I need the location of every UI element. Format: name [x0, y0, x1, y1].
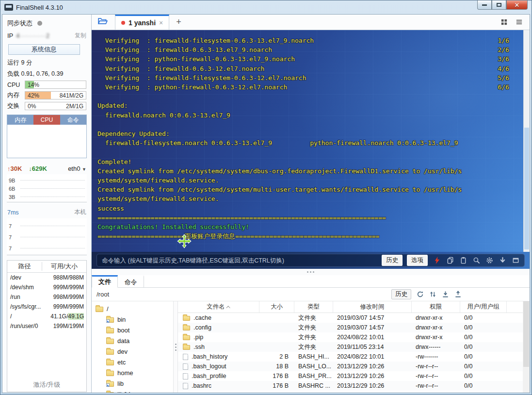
tab-close-icon[interactable]: × — [159, 19, 163, 27]
minimize-button[interactable] — [477, 0, 492, 10]
file-col-header[interactable]: 用户/用户组 — [460, 301, 507, 313]
system-info-button[interactable]: 系统信息 — [8, 44, 80, 55]
new-tab-button[interactable]: + — [169, 15, 188, 30]
folder-icon — [106, 392, 114, 393]
file-row[interactable]: .bash_profile176 BBASH_PR...2013/12/29 1… — [178, 371, 530, 381]
file-panel-tab-命令[interactable]: 命令 — [118, 275, 144, 288]
meter-交换: 交换0%2M/1G — [2, 100, 91, 111]
tree-splitter[interactable] — [173, 301, 178, 393]
disk-row[interactable]: /dev/shm999M/999M — [7, 282, 86, 292]
disk-size: 998M/999M — [45, 294, 86, 300]
file-col-header[interactable]: 文件名 — [178, 301, 259, 313]
meter-bar: 42%841M/2G — [25, 91, 86, 99]
maximize-button[interactable] — [492, 0, 506, 10]
open-connections-button[interactable] — [92, 15, 114, 30]
title-bar[interactable]: FinalShell 4.3.10 ✕ — [0, 0, 532, 14]
tree-item-bin[interactable]: bin — [92, 314, 173, 325]
file-row[interactable]: .bash_history2 BBASH_HI...2024/08/22 10:… — [178, 352, 530, 362]
file-row[interactable]: .config文件夹2019/03/07 14:57drwxr-xr-x0/0 — [178, 323, 530, 332]
tree-item-root[interactable]: / — [92, 303, 173, 314]
refresh-icon[interactable] — [417, 291, 424, 298]
menu-icon[interactable] — [516, 18, 523, 26]
file-owner: 0/0 — [460, 363, 507, 370]
disk-row[interactable]: /run/user/0199M/199M — [7, 321, 86, 331]
terminal-scrollbar-thumb[interactable] — [524, 128, 529, 249]
file-type: 文件夹 — [294, 314, 333, 322]
disk-size: 999M/999M — [45, 303, 86, 310]
tree-item-etc[interactable]: etc — [92, 357, 173, 367]
window-mode-icon[interactable] — [512, 257, 519, 264]
tree-item-lib[interactable]: lib — [92, 378, 173, 389]
main-area: 同步状态 IP 4··········2 复制 系统信息 运行 9 分 负载 0… — [2, 14, 530, 393]
tree-item-lib64[interactable]: lib64 — [92, 389, 173, 393]
tree-item-label: bin — [117, 316, 126, 323]
file-name: .config — [178, 324, 259, 331]
disk-path: /run — [7, 294, 45, 300]
meter-label: 内存 — [7, 91, 25, 99]
folder-icon — [106, 328, 114, 333]
activate-upgrade-link[interactable]: 激活/升级 — [2, 380, 91, 389]
tree-item-home[interactable]: home — [92, 367, 173, 378]
terminal-scrollbar[interactable] — [523, 30, 530, 252]
terminal[interactable]: Verifying : firewalld-filesystem-0.6.3-1… — [92, 30, 530, 252]
search-icon[interactable] — [473, 257, 480, 264]
monitor-tab-内存[interactable]: 内存 — [7, 115, 33, 125]
interface-selector[interactable]: eth0 ▼ — [68, 165, 86, 172]
disk-row[interactable]: /41.1G/49.1G — [7, 312, 86, 321]
panel-splitter[interactable] — [92, 269, 530, 275]
file-table-scrollbar-thumb[interactable] — [523, 301, 529, 367]
file-history-button[interactable]: 历史 — [391, 289, 411, 299]
file-row[interactable]: .bashrc176 BBASHRC ...2013/12/29 10:26-r… — [178, 381, 530, 391]
history-button[interactable]: 历史 — [382, 255, 403, 266]
file-col-header[interactable]: 类型 — [294, 301, 333, 313]
network-rates: ↑30K ↓629K eth0 ▼ — [2, 158, 91, 172]
file-col-header[interactable]: 权限 — [412, 301, 460, 313]
disk-row[interactable]: /sys/fs/cgr...999M/999M — [7, 302, 86, 312]
copy-icon[interactable] — [447, 257, 454, 264]
paste-icon[interactable] — [460, 257, 467, 264]
disk-row[interactable]: /dev988M/988M — [7, 273, 86, 282]
path-bar: 历史 — [92, 288, 530, 301]
session-tab[interactable]: 1 yanshi × — [115, 15, 169, 30]
download-icon[interactable] — [442, 291, 449, 298]
session-tab-bar: 1 yanshi × + — [92, 15, 530, 30]
file-row[interactable]: .ssh文件夹2019/11/05 23:14drwx------0/0 — [178, 342, 530, 352]
terminal-line: Complete! — [97, 157, 523, 166]
copy-ip-link[interactable]: 复制 — [75, 32, 86, 40]
monitor-tab-命令[interactable]: 命令 — [60, 115, 86, 125]
tree-item-dev[interactable]: dev — [92, 346, 173, 357]
tree-item-boot[interactable]: boot — [92, 325, 173, 335]
folder-icon — [106, 360, 114, 365]
gear-icon[interactable] — [486, 257, 493, 264]
file-col-header[interactable]: 修改时间 — [333, 301, 412, 313]
file-table-scrollbar[interactable] — [523, 301, 530, 393]
file-panel-tab-文件[interactable]: 文件 — [92, 275, 118, 288]
options-button[interactable]: 选项 — [407, 255, 428, 266]
path-input[interactable] — [97, 291, 290, 298]
command-input[interactable] — [102, 257, 377, 264]
terminal-line: firewalld-filesystem.noarch 0:0.6.3-13.e… — [97, 138, 523, 148]
chart-tick-label: 3B — [9, 194, 20, 200]
disk-row[interactable]: /run998M/999M — [7, 292, 86, 302]
folder-open-icon — [97, 16, 108, 28]
resource-meters: CPU14%内存42%841M/2G交换0%2M/1G — [2, 79, 91, 111]
file-row[interactable]: .pip文件夹2024/08/22 10:01drwxr-xr-x0/0 — [178, 332, 530, 342]
close-button[interactable]: ✕ — [506, 0, 528, 10]
file-permissions: drwx------ — [412, 344, 460, 350]
lightning-icon[interactable] — [434, 257, 441, 264]
file-col-header[interactable]: 大小 — [259, 301, 294, 313]
grid-view-icon[interactable] — [500, 18, 508, 26]
file-row[interactable]: .cache文件夹2019/03/07 14:57drwxr-xr-x0/0 — [178, 313, 530, 323]
tree-item-data[interactable]: data — [92, 335, 173, 346]
chart-gridline — [20, 197, 85, 197]
folder-icon — [106, 349, 114, 355]
network-chart: 9B6B3B — [7, 174, 87, 202]
terminal-line: Verifying : firewalld-0.6.3-12.el7.noarc… — [97, 64, 523, 73]
monitor-tab-CPU[interactable]: CPU — [33, 115, 60, 125]
download-arrow-icon[interactable] — [499, 257, 506, 264]
file-row[interactable]: .bash_logout18 BBASH_LO...2013/12/29 10:… — [178, 362, 530, 371]
file-type: 文件夹 — [294, 343, 333, 351]
disk-size: 988M/988M — [45, 274, 86, 281]
transfer-icon[interactable] — [429, 291, 436, 298]
upload-icon[interactable] — [454, 291, 462, 298]
